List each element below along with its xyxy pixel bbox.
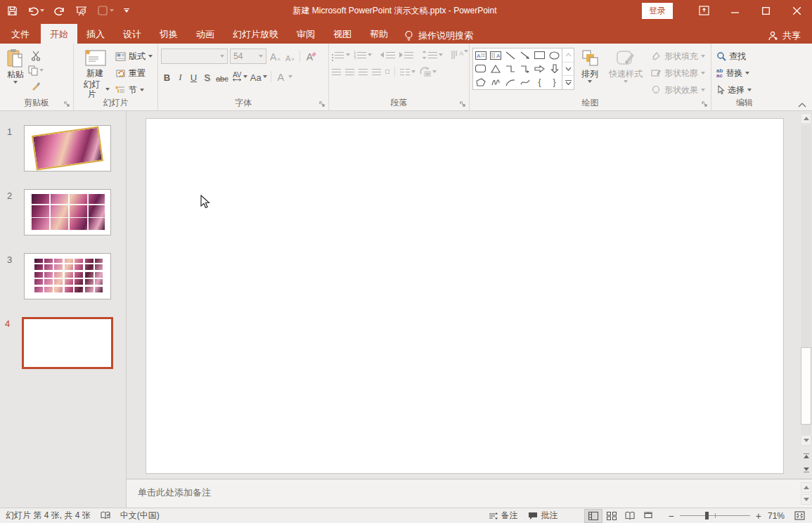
copy-button[interactable] (28, 64, 44, 77)
slide-2-row[interactable]: 2 (7, 189, 126, 235)
notes-scrollbar[interactable] (801, 482, 811, 505)
text-shadow-button[interactable]: S (201, 70, 213, 84)
quick-styles-button[interactable]: 快速样式 (605, 46, 646, 99)
slide-counter[interactable]: 幻灯片 第 4 张, 共 4 张 (6, 508, 96, 523)
slideshow-view-button[interactable] (639, 509, 657, 523)
align-left-button[interactable] (332, 69, 341, 75)
tab-design[interactable]: 设计 (114, 24, 150, 44)
underline-button[interactable]: U (188, 70, 200, 84)
shape-oval-icon[interactable] (547, 49, 562, 62)
shape-right-brace-icon[interactable]: } (547, 75, 562, 89)
section-dropdown-icon[interactable] (140, 89, 144, 91)
shape-outline-button[interactable]: 形状轮廓 (649, 65, 707, 81)
reading-view-button[interactable] (621, 509, 639, 523)
zoom-percentage[interactable]: 71% (763, 508, 790, 523)
shape-right-arrow-icon[interactable] (532, 62, 547, 75)
shape-textbox-icon[interactable]: A (473, 49, 488, 62)
slide-3-thumbnail[interactable] (24, 253, 111, 299)
start-slideshow-icon[interactable] (75, 6, 87, 16)
tab-home[interactable]: 开始 (41, 24, 77, 44)
shape-effects-dropdown-icon[interactable] (701, 89, 705, 91)
text-direction-button[interactable]: A (451, 50, 468, 60)
ribbon-display-options-icon[interactable] (688, 0, 719, 21)
layout-button[interactable]: 版式 (113, 49, 155, 64)
customize-qat-icon[interactable] (124, 8, 129, 13)
spellcheck-icon[interactable] (96, 508, 115, 523)
font-color-button[interactable]: A (275, 70, 287, 84)
comments-toggle[interactable]: 批注 (523, 508, 563, 523)
shape-line-icon[interactable] (503, 49, 517, 62)
shape-freeform-icon[interactable] (473, 75, 488, 89)
align-right-button[interactable] (359, 69, 368, 75)
bullets-button[interactable] (332, 52, 350, 58)
distribute-button[interactable] (385, 70, 389, 74)
language-indicator[interactable]: 中文(中国) (115, 508, 165, 523)
shape-fill-dropdown-icon[interactable] (701, 55, 705, 58)
replace-dropdown-icon[interactable] (745, 72, 749, 75)
font-color-dropdown-icon[interactable] (288, 75, 292, 78)
strikethrough-button[interactable]: abc (214, 70, 230, 84)
tell-me-search[interactable]: 操作说明搜索 (397, 24, 480, 44)
columns-button[interactable] (400, 69, 415, 75)
italic-button[interactable]: I (174, 70, 186, 84)
tab-file[interactable]: 文件 (0, 24, 41, 44)
reset-button[interactable]: 重置 (113, 65, 155, 81)
clear-formatting-button[interactable]: A (304, 49, 316, 63)
slide-editing-area[interactable] (127, 111, 812, 479)
clipboard-dialog-launcher-icon[interactable] (64, 101, 71, 108)
shape-elbow-connector-icon[interactable] (503, 62, 517, 75)
arrange-button[interactable]: 排列 (577, 46, 602, 99)
copy-dropdown-icon[interactable] (39, 69, 44, 72)
replace-button[interactable]: ab ac 替换 (714, 65, 775, 81)
close-button[interactable] (781, 0, 812, 21)
shape-effects-button[interactable]: 形状效果 (649, 82, 707, 98)
maximize-button[interactable] (750, 0, 781, 21)
scroll-down-icon[interactable] (801, 435, 811, 446)
tab-transitions[interactable]: 切换 (150, 24, 187, 44)
font-dialog-launcher-icon[interactable] (319, 101, 326, 108)
quick-styles-dropdown-icon[interactable] (624, 80, 628, 83)
undo-dropdown-icon[interactable] (40, 9, 44, 12)
slide-canvas[interactable] (146, 118, 784, 474)
justify-button[interactable] (372, 69, 381, 75)
scrollbar-thumb[interactable] (801, 347, 811, 425)
drawing-dialog-launcher-icon[interactable] (702, 101, 709, 108)
cut-icon[interactable] (28, 49, 44, 62)
font-size-combo[interactable]: 54 (230, 49, 266, 64)
next-slide-button[interactable] (801, 465, 811, 475)
previous-slide-button[interactable] (801, 451, 811, 461)
shape-triangle-icon[interactable] (488, 62, 503, 75)
tab-insert[interactable]: 插入 (77, 24, 114, 44)
shape-down-arrow-icon[interactable] (547, 62, 562, 75)
shapes-scroll-down-icon[interactable] (562, 62, 574, 76)
paragraph-dialog-launcher-icon[interactable] (460, 101, 467, 108)
notes-pane[interactable]: 单击此处添加备注 (127, 479, 812, 508)
select-dropdown-icon[interactable] (747, 89, 752, 91)
slide-3-row[interactable]: 3 (7, 253, 126, 299)
sign-in-button[interactable]: 登录 (642, 3, 673, 19)
minimize-button[interactable] (719, 0, 750, 21)
normal-view-button[interactable] (584, 509, 602, 523)
notes-toggle[interactable]: 备注 (484, 508, 523, 523)
new-slide-dropdown-icon[interactable] (105, 88, 110, 91)
section-button[interactable]: 节 (113, 82, 155, 98)
decrease-indent-button[interactable] (380, 52, 395, 58)
change-case-button[interactable]: Aa (249, 70, 263, 84)
paste-button[interactable]: 粘贴 (3, 46, 28, 99)
zoom-in-button[interactable]: + (754, 508, 763, 523)
slide-4-row[interactable]: 4 (5, 317, 126, 369)
select-button[interactable]: 选择 (714, 82, 775, 98)
shape-arc-icon[interactable] (503, 75, 517, 89)
layout-dropdown-icon[interactable] (148, 55, 153, 58)
fit-slide-to-window-icon[interactable] (790, 508, 806, 523)
shape-left-brace-icon[interactable]: { (532, 75, 547, 89)
share-button[interactable]: 共享 (756, 24, 812, 44)
paste-dropdown-icon[interactable] (13, 81, 18, 84)
undo-button[interactable] (27, 6, 44, 15)
increase-indent-button[interactable] (399, 52, 413, 58)
shape-curve-icon[interactable] (517, 75, 532, 89)
numbering-button[interactable]: 123 (354, 51, 372, 59)
format-painter-icon[interactable] (28, 79, 44, 91)
bold-button[interactable]: B (161, 70, 173, 84)
slide-1-row[interactable]: 1 (7, 125, 126, 172)
